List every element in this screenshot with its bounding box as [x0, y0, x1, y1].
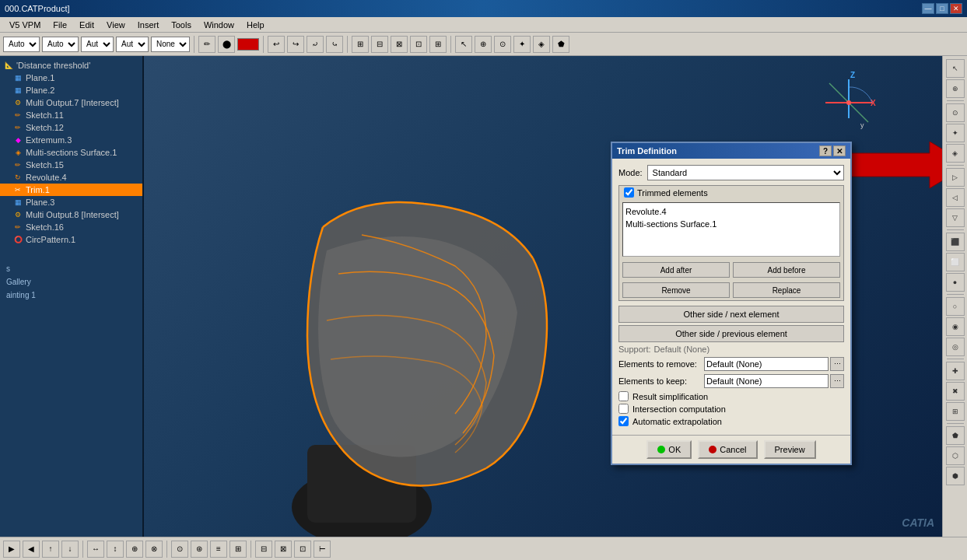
add-after-button[interactable]: Add after [622, 262, 730, 278]
menu-insert[interactable]: Insert [131, 19, 166, 31]
toolbar-btn-4[interactable]: ↪ [287, 36, 304, 53]
toolbar-btn-17[interactable]: ⬟ [552, 36, 569, 53]
menu-file[interactable]: File [47, 19, 73, 31]
menu-view[interactable]: View [100, 19, 131, 31]
toolbar-color-btn[interactable] [237, 38, 259, 51]
toolbar-btn-11[interactable]: ⊞ [429, 36, 447, 53]
status-btn-3[interactable]: ↑ [42, 541, 59, 558]
status-btn-8[interactable]: ⊗ [145, 541, 163, 558]
automatic-extrapolation-checkbox[interactable] [618, 416, 629, 426]
add-before-button[interactable]: Add before [733, 262, 840, 278]
rt-btn-6[interactable]: ▷ [946, 168, 965, 187]
rt-btn-5[interactable]: ◈ [946, 144, 965, 163]
tree-item-multioutput7[interactable]: ⚙ Multi Output.7 [Intersect] [0, 96, 142, 109]
trim-dialog-help-button[interactable]: ? [819, 145, 832, 156]
toolbar-btn-15[interactable]: ✦ [513, 36, 531, 53]
status-btn-2[interactable]: ◀ [23, 541, 40, 558]
elements-to-remove-input[interactable] [704, 357, 829, 371]
tree-item-sketch16[interactable]: ✏ Sketch.16 [0, 221, 142, 233]
other-side-next-button[interactable]: Other side / next element [618, 306, 844, 323]
replace-button[interactable]: Replace [733, 282, 840, 298]
cancel-button[interactable]: Cancel [698, 440, 757, 459]
ok-button[interactable]: OK [646, 440, 692, 459]
mode-select[interactable]: Standard Pieces [647, 165, 844, 180]
status-btn-12[interactable]: ⊞ [229, 541, 247, 558]
viewport[interactable]: Z X y Trim Definition ? ✕ [144, 56, 942, 537]
tree-item-revolute4[interactable]: ↻ Revolute.4 [0, 171, 142, 184]
close-button[interactable]: ✕ [950, 3, 962, 14]
menu-tools[interactable]: Tools [165, 19, 198, 31]
toolbar-btn-9[interactable]: ⊠ [391, 36, 408, 53]
intersection-computation-checkbox[interactable] [618, 404, 629, 414]
toolbar-btn-10[interactable]: ⊡ [410, 36, 427, 53]
rt-btn-15[interactable]: ✚ [946, 362, 965, 380]
rt-btn-9[interactable]: ⬛ [946, 233, 965, 251]
toolbar-btn-6[interactable]: ⤿ [326, 36, 343, 53]
rt-btn-8[interactable]: ▽ [946, 208, 965, 227]
tree-item-multisections[interactable]: ◈ Multi-sections Surface.1 [0, 146, 142, 159]
status-btn-15[interactable]: ⊡ [294, 541, 311, 558]
toolbar-select-4[interactable]: Aut [116, 37, 149, 52]
toolbar-select-2[interactable]: Auto [42, 37, 79, 52]
toolbar-select-5[interactable]: None [151, 37, 190, 52]
status-btn-7[interactable]: ⊕ [126, 541, 143, 558]
status-btn-5[interactable]: ↔ [87, 541, 104, 558]
menu-v5vpm[interactable]: V5 VPM [3, 19, 47, 31]
toolbar-btn-16[interactable]: ◈ [533, 36, 550, 53]
preview-button[interactable]: Preview [764, 440, 816, 459]
status-btn-1[interactable]: ▶ [3, 541, 20, 558]
rt-btn-10[interactable]: ⬜ [946, 253, 965, 271]
result-simplification-checkbox[interactable] [618, 391, 629, 401]
toolbar-btn-8[interactable]: ⊟ [371, 36, 388, 53]
tree-item-sketch15[interactable]: ✏ Sketch.15 [0, 159, 142, 171]
remove-button[interactable]: Remove [622, 282, 730, 298]
tree-item-multioutput8[interactable]: ⚙ Multi Output.8 [Intersect] [0, 208, 142, 221]
status-btn-14[interactable]: ⊠ [275, 541, 292, 558]
toolbar-btn-12[interactable]: ↖ [455, 36, 472, 53]
tree-item-extremum3[interactable]: ◆ Extremum.3 [0, 134, 142, 146]
tree-item-sketch11[interactable]: ✏ Sketch.11 [0, 109, 142, 121]
status-btn-4[interactable]: ↓ [61, 541, 79, 558]
menu-help[interactable]: Help [240, 19, 271, 31]
tree-item-distance-threshold[interactable]: 📐 'Distance threshold' [0, 59, 142, 72]
tree-item-plane3[interactable]: ▦ Plane.3 [0, 196, 142, 208]
tree-item-plane2[interactable]: ▦ Plane.2 [0, 84, 142, 96]
tree-item-sketch12[interactable]: ✏ Sketch.12 [0, 121, 142, 134]
elements-to-keep-browse-button[interactable]: ⋯ [830, 374, 844, 388]
trim-dialog-close-button[interactable]: ✕ [833, 145, 846, 156]
status-btn-10[interactable]: ⊛ [191, 541, 208, 558]
menu-window[interactable]: Window [198, 19, 240, 31]
tree-item-plane1[interactable]: ▦ Plane.1 [0, 72, 142, 84]
rt-btn-3[interactable]: ⊙ [946, 103, 965, 122]
rt-btn-18[interactable]: ⬟ [946, 426, 965, 445]
trimmed-elements-checkbox[interactable] [624, 187, 634, 198]
other-side-previous-button[interactable]: Other side / previous element [618, 325, 844, 342]
rt-btn-19[interactable]: ⬡ [946, 446, 965, 465]
status-btn-13[interactable]: ⊟ [255, 541, 272, 558]
toolbar-select-1[interactable]: Auto [3, 37, 40, 52]
rt-btn-1[interactable]: ↖ [946, 59, 965, 78]
status-btn-16[interactable]: ⊢ [314, 541, 331, 558]
toolbar-btn-3[interactable]: ↩ [268, 36, 285, 53]
toolbar-btn-2[interactable]: ⬤ [218, 36, 235, 53]
elements-to-remove-browse-button[interactable]: ⋯ [830, 357, 844, 371]
rt-btn-17[interactable]: ⊞ [946, 402, 965, 421]
rt-btn-7[interactable]: ◁ [946, 188, 965, 207]
toolbar-btn-7[interactable]: ⊞ [352, 36, 369, 53]
rt-btn-14[interactable]: ◎ [946, 338, 965, 356]
rt-btn-16[interactable]: ✖ [946, 382, 965, 401]
tree-item-circpattern1[interactable]: ⭕ CircPattern.1 [0, 233, 142, 246]
rt-btn-2[interactable]: ⊕ [946, 79, 965, 98]
status-btn-11[interactable]: ≡ [210, 541, 227, 558]
toolbar-btn-1[interactable]: ✏ [198, 36, 215, 53]
elements-to-keep-input[interactable] [704, 374, 829, 388]
toolbar-btn-5[interactable]: ⤾ [307, 36, 324, 53]
rt-btn-20[interactable]: ⬢ [946, 467, 965, 485]
toolbar-btn-13[interactable]: ⊕ [475, 36, 492, 53]
minimize-button[interactable]: — [922, 3, 934, 14]
status-btn-6[interactable]: ↕ [107, 541, 124, 558]
rt-btn-13[interactable]: ◉ [946, 317, 965, 336]
rt-btn-4[interactable]: ✦ [946, 124, 965, 142]
tree-item-trim1[interactable]: ✂ Trim.1 [0, 184, 142, 196]
status-btn-9[interactable]: ⊙ [171, 541, 188, 558]
